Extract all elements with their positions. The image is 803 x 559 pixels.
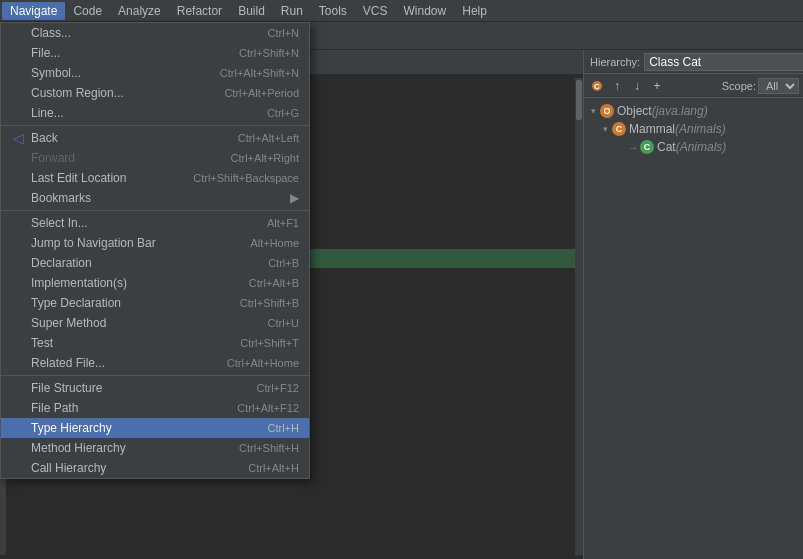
nav-menu-item-implementations[interactable]: Implementation(s)Ctrl+Alt+B — [1, 273, 309, 293]
nav-menu-right-implementations: Ctrl+Alt+B — [249, 277, 299, 289]
nav-menu-shortcut-forward: Ctrl+Alt+Right — [231, 152, 299, 164]
menu-analyze[interactable]: Analyze — [110, 2, 169, 20]
nav-menu-label-line: Line... — [31, 106, 64, 120]
nav-menu-shortcut-declaration: Ctrl+B — [268, 257, 299, 269]
nav-menu-item-left-file: File... — [11, 46, 60, 60]
nav-menu-label-symbol: Symbol... — [31, 66, 81, 80]
hierarchy-tree: ▾ O Object (java.lang) ▾ C Mammal (Anima… — [584, 98, 803, 559]
nav-menu-item-file[interactable]: File...Ctrl+Shift+N — [1, 43, 309, 63]
nav-menu-item-custom-region[interactable]: Custom Region...Ctrl+Alt+Period — [1, 83, 309, 103]
nav-menu-right-file-structure: Ctrl+F12 — [257, 382, 300, 394]
nav-menu-item-related-file[interactable]: Related File...Ctrl+Alt+Home — [1, 353, 309, 373]
nav-menu-item-class[interactable]: Class...Ctrl+N — [1, 23, 309, 43]
nav-menu-shortcut-test: Ctrl+Shift+T — [240, 337, 299, 349]
hierarchy-up-icon[interactable]: ↑ — [608, 77, 626, 95]
nav-menu-item-symbol[interactable]: Symbol...Ctrl+Alt+Shift+N — [1, 63, 309, 83]
nav-menu-label-bookmarks: Bookmarks — [31, 191, 91, 205]
nav-menu-shortcut-back: Ctrl+Alt+Left — [238, 132, 299, 144]
nav-menu-right-test: Ctrl+Shift+T — [240, 337, 299, 349]
nav-menu-label-type-hierarchy: Type Hierarchy — [31, 421, 112, 435]
nav-menu-item-left-forward: Forward — [11, 151, 75, 165]
nav-menu-item-jump-nav[interactable]: Jump to Navigation BarAlt+Home — [1, 233, 309, 253]
nav-menu-item-left-select-in: Select In... — [11, 216, 88, 230]
nav-menu-shortcut-custom-region: Ctrl+Alt+Period — [224, 87, 299, 99]
nav-menu-label-select-in: Select In... — [31, 216, 88, 230]
hierarchy-header: Hierarchy: ▾ — [584, 50, 803, 74]
hierarchy-expand-icon[interactable]: + — [648, 77, 666, 95]
menu-help[interactable]: Help — [454, 2, 495, 20]
nav-menu-right-class: Ctrl+N — [268, 27, 299, 39]
vertical-scrollbar[interactable] — [575, 78, 583, 555]
menu-separator-10 — [1, 210, 309, 211]
nav-menu-label-jump-nav: Jump to Navigation Bar — [31, 236, 156, 250]
nav-menu-item-type-hierarchy[interactable]: Type HierarchyCtrl+H — [1, 418, 309, 438]
nav-menu-item-line[interactable]: Line...Ctrl+G — [1, 103, 309, 123]
expand-mammal-icon[interactable]: ▾ — [600, 124, 610, 134]
nav-menu-shortcut-line: Ctrl+G — [267, 107, 299, 119]
cat-arrow-icon: → — [628, 142, 638, 153]
svg-text:C: C — [594, 82, 600, 91]
hierarchy-panel: Hierarchy: ▾ C ↑ ↓ + Scope: All ▾ O Obje… — [583, 50, 803, 559]
nav-menu-label-last-edit: Last Edit Location — [31, 171, 126, 185]
nav-menu-right-back: Ctrl+Alt+Left — [238, 132, 299, 144]
nav-menu-item-left-declaration: Declaration — [11, 256, 92, 270]
nav-menu-item-last-edit[interactable]: Last Edit LocationCtrl+Shift+Backspace — [1, 168, 309, 188]
menu-run[interactable]: Run — [273, 2, 311, 20]
tree-node-cat[interactable]: → C Cat (Animals) — [584, 138, 803, 156]
cat-package: (Animals) — [676, 140, 727, 154]
menu-separator-19 — [1, 375, 309, 376]
nav-menu-item-type-declaration[interactable]: Type DeclarationCtrl+Shift+B — [1, 293, 309, 313]
hierarchy-title-input[interactable] — [644, 53, 803, 71]
nav-menu-item-method-hierarchy[interactable]: Method HierarchyCtrl+Shift+H — [1, 438, 309, 458]
cat-class-icon: C — [640, 140, 654, 154]
nav-menu-right-declaration: Ctrl+B — [268, 257, 299, 269]
nav-menu-item-left-class: Class... — [11, 26, 71, 40]
nav-menu-item-left-bookmarks: Bookmarks — [11, 191, 91, 205]
nav-menu-right-custom-region: Ctrl+Alt+Period — [224, 87, 299, 99]
nav-menu-right-call-hierarchy: Ctrl+Alt+H — [248, 462, 299, 474]
menu-code[interactable]: Code — [65, 2, 110, 20]
tree-node-mammal[interactable]: ▾ C Mammal (Animals) — [584, 120, 803, 138]
menu-tools[interactable]: Tools — [311, 2, 355, 20]
menu-window[interactable]: Window — [396, 2, 455, 20]
nav-menu-item-select-in[interactable]: Select In...Alt+F1 — [1, 213, 309, 233]
nav-menu-item-file-structure[interactable]: File StructureCtrl+F12 — [1, 378, 309, 398]
hierarchy-toolbar: C ↑ ↓ + Scope: All — [584, 74, 803, 98]
nav-menu-shortcut-file-structure: Ctrl+F12 — [257, 382, 300, 394]
menu-vcs[interactable]: VCS — [355, 2, 396, 20]
menu-navigate[interactable]: Navigate — [2, 2, 65, 20]
nav-menu-item-back[interactable]: ◁BackCtrl+Alt+Left — [1, 128, 309, 148]
nav-menu-item-file-path[interactable]: File PathCtrl+Alt+F12 — [1, 398, 309, 418]
menu-refactor[interactable]: Refactor — [169, 2, 230, 20]
navigate-dropdown-menu: Class...Ctrl+NFile...Ctrl+Shift+NSymbol.… — [0, 22, 310, 479]
nav-menu-item-left-back: ◁Back — [11, 131, 58, 145]
menu-build[interactable]: Build — [230, 2, 273, 20]
nav-menu-item-left-symbol: Symbol... — [11, 66, 81, 80]
nav-menu-item-left-jump-nav: Jump to Navigation Bar — [11, 236, 156, 250]
scroll-thumb[interactable] — [576, 80, 582, 120]
nav-menu-item-bookmarks[interactable]: Bookmarks▶ — [1, 188, 309, 208]
nav-menu-item-left-file-path: File Path — [11, 401, 78, 415]
nav-menu-shortcut-jump-nav: Alt+Home — [250, 237, 299, 249]
tree-node-object[interactable]: ▾ O Object (java.lang) — [584, 102, 803, 120]
nav-menu-item-left-call-hierarchy: Call Hierarchy — [11, 461, 106, 475]
nav-menu-label-implementations: Implementation(s) — [31, 276, 127, 290]
nav-menu-shortcut-related-file: Ctrl+Alt+Home — [227, 357, 299, 369]
nav-menu-shortcut-type-declaration: Ctrl+Shift+B — [240, 297, 299, 309]
nav-menu-item-declaration[interactable]: DeclarationCtrl+B — [1, 253, 309, 273]
nav-menu-item-left-type-declaration: Type Declaration — [11, 296, 121, 310]
nav-menu-right-select-in: Alt+F1 — [267, 217, 299, 229]
menu-separator-5 — [1, 125, 309, 126]
nav-menu-item-call-hierarchy[interactable]: Call HierarchyCtrl+Alt+H — [1, 458, 309, 478]
hierarchy-class-icon[interactable]: C — [588, 77, 606, 95]
scope-select[interactable]: All — [758, 78, 799, 94]
nav-menu-shortcut-super-method: Ctrl+U — [268, 317, 299, 329]
nav-menu-item-super-method[interactable]: Super MethodCtrl+U — [1, 313, 309, 333]
submenu-arrow-icon-bookmarks: ▶ — [290, 191, 299, 205]
nav-menu-label-method-hierarchy: Method Hierarchy — [31, 441, 126, 455]
hierarchy-down-icon[interactable]: ↓ — [628, 77, 646, 95]
nav-menu-right-method-hierarchy: Ctrl+Shift+H — [239, 442, 299, 454]
nav-menu-item-test[interactable]: TestCtrl+Shift+T — [1, 333, 309, 353]
nav-menu-label-type-declaration: Type Declaration — [31, 296, 121, 310]
expand-object-icon[interactable]: ▾ — [588, 106, 598, 116]
